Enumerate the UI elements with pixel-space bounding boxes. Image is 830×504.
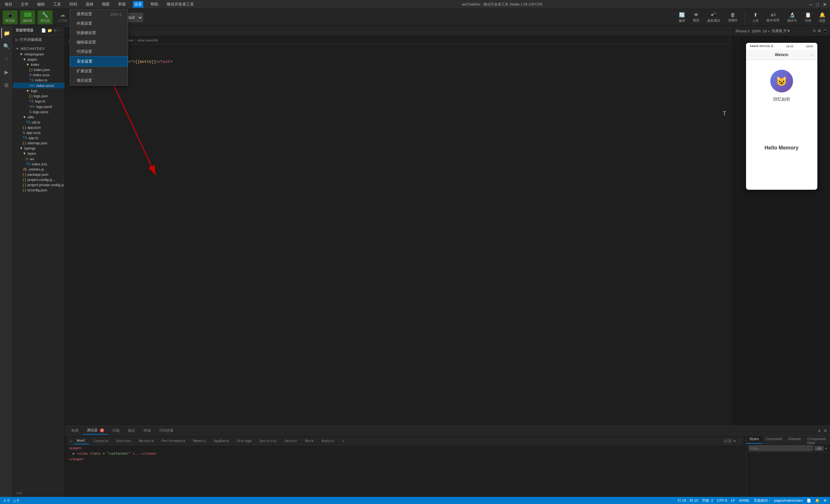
menu-security-settings[interactable]: 安全设置 bbox=[70, 57, 128, 66]
devtools-back-icon[interactable]: ← bbox=[70, 439, 72, 443]
files-icon[interactable]: 📁 bbox=[1, 28, 12, 38]
tab-network[interactable]: Network bbox=[135, 438, 157, 444]
source-control-icon[interactable]: ⑂ bbox=[1, 54, 12, 64]
new-folder-icon[interactable]: 📁 bbox=[47, 28, 52, 33]
menu-file[interactable]: 文件 bbox=[20, 1, 30, 8]
permission-button[interactable]: ☁ 云可能 bbox=[55, 10, 70, 24]
sidebar-item-index-ts[interactable]: TS index.ts bbox=[13, 77, 65, 83]
close-button[interactable]: ✕ bbox=[823, 2, 827, 7]
refresh-icon[interactable]: ↻ bbox=[813, 29, 816, 33]
tab-mock[interactable]: Mock bbox=[302, 438, 317, 444]
tab-quality[interactable]: 代码质量 bbox=[155, 427, 177, 434]
extensions-icon[interactable]: ⊞ bbox=[1, 80, 12, 90]
editor-button[interactable]: ⌨ 编辑器 bbox=[20, 10, 35, 24]
tab-output[interactable]: 输出 bbox=[124, 427, 139, 434]
menu-project[interactable]: 项目 bbox=[3, 1, 13, 8]
debug-button[interactable]: 🔧 调试器 bbox=[38, 10, 53, 24]
sidebar-item-sitemap-json[interactable]: { } sitemap.json bbox=[13, 140, 65, 146]
right-tab-dataset[interactable]: Dataset bbox=[785, 436, 804, 444]
tab-wxml[interactable]: Wxml bbox=[73, 438, 89, 444]
tab-console[interactable]: Console bbox=[90, 438, 111, 444]
sidebar-item-miniprogram[interactable]: ▼ miniprogram bbox=[13, 52, 65, 57]
sidebar-item-project-config[interactable]: { } project.config.js... bbox=[13, 177, 65, 182]
sidebar-item-tsconfig-json[interactable]: { } tsconfig.json bbox=[13, 187, 65, 193]
simulator-button[interactable]: 📱 模拟器 bbox=[3, 10, 18, 24]
menu-keyboard-settings[interactable]: 快捷键设置 bbox=[70, 28, 128, 38]
menu-general-settings[interactable]: 通用设置 [Ctrl+,] bbox=[70, 9, 128, 19]
sidebar-item-index-dts[interactable]: TS index.d.ts bbox=[13, 161, 65, 167]
pinned-editors-title[interactable]: ▷ 打开的编辑器 bbox=[13, 36, 65, 43]
new-file-icon[interactable]: 📄 bbox=[41, 28, 46, 33]
menu-project-settings[interactable]: 项目设置 bbox=[70, 76, 128, 85]
menu-help[interactable]: 帮助 bbox=[149, 1, 160, 8]
menu-goto[interactable]: 转到 bbox=[68, 1, 78, 8]
sidebar-item-utils-folder[interactable]: ▼ utils bbox=[13, 115, 65, 120]
tab-memory[interactable]: Memory bbox=[190, 438, 210, 444]
menu-select[interactable]: 选择 bbox=[84, 1, 95, 8]
sidebar-item-index-scss[interactable]: S index.scss bbox=[13, 72, 65, 77]
maximize-button[interactable]: □ bbox=[817, 2, 819, 7]
tab-check[interactable]: 检测 bbox=[67, 427, 82, 434]
sidebar-item-logs-folder[interactable]: ▼ logs bbox=[13, 88, 65, 93]
sidebar-item-index-wxml[interactable]: ⋖⋗ index.wxml bbox=[13, 83, 65, 88]
tab-audits[interactable]: Audits bbox=[318, 438, 338, 444]
sidebar-item-types-folder[interactable]: ▼ types bbox=[13, 151, 65, 156]
menu-edit[interactable]: 编辑 bbox=[36, 1, 46, 8]
right-tab-component-data[interactable]: Component Data bbox=[804, 436, 830, 444]
sidebar-item-logs-wxml[interactable]: ⋖⋗ logs.wxml bbox=[13, 104, 65, 109]
code-content[interactable]: <view> <view class="to"> <text class="mo… bbox=[76, 44, 733, 426]
cls-button[interactable]: .cls bbox=[814, 446, 824, 451]
settings-icon[interactable]: ⚙ bbox=[818, 29, 821, 33]
tab-problems[interactable]: 问题 bbox=[108, 427, 124, 434]
search-icon[interactable]: 🔍 bbox=[1, 41, 12, 51]
sidebar-item-util-ts[interactable]: TS util.ts bbox=[13, 120, 65, 125]
upload-button[interactable]: ⬆ 上传 bbox=[750, 11, 761, 24]
menu-view[interactable]: 视图 bbox=[100, 1, 111, 8]
notification-button[interactable]: 🔔 消息 bbox=[817, 11, 827, 24]
sidebar-item-app-json[interactable]: { } app.json bbox=[13, 125, 65, 130]
add-style-icon[interactable]: + bbox=[825, 446, 827, 451]
tab-sensor[interactable]: Sensor bbox=[281, 438, 300, 444]
tab-performance[interactable]: Performance bbox=[159, 438, 189, 444]
menu-proxy-settings[interactable]: 代理设置 bbox=[70, 47, 128, 57]
sidebar-item-app-scss[interactable]: S app.scss bbox=[13, 130, 65, 135]
devtools-gear-icon[interactable]: ⚙ bbox=[733, 439, 736, 443]
sidebar-item-index-json[interactable]: { } index.json bbox=[13, 67, 65, 72]
sidebar-item-eslintrc[interactable]: JS .eslintrc.js bbox=[13, 167, 65, 172]
sidebar-item-app-ts[interactable]: TS app.ts bbox=[13, 135, 65, 140]
preview-button[interactable]: 👁 预览 bbox=[691, 11, 701, 24]
project-title[interactable]: ▼ WECHATDEV bbox=[13, 46, 65, 52]
right-tab-computed[interactable]: Computed bbox=[762, 436, 785, 444]
tree-item-view-container[interactable]: ▶ <view class = "container" >...</view> bbox=[67, 451, 743, 456]
right-tab-styles[interactable]: Styles bbox=[746, 436, 762, 444]
menu-interface[interactable]: 界面 bbox=[117, 1, 127, 8]
panel-expand-icon[interactable]: ∧ bbox=[818, 428, 821, 433]
sidebar-item-wx-folder[interactable]: ▷ wx bbox=[13, 156, 65, 161]
menu-editor-settings[interactable]: 编辑器设置 bbox=[70, 38, 128, 47]
sidebar-item-logs-ts[interactable]: TS logs.ts bbox=[13, 99, 65, 104]
tree-item-page-open[interactable]: <page> bbox=[67, 445, 743, 451]
menu-wechat[interactable]: 微信开发者工具 bbox=[165, 1, 195, 8]
detail-button[interactable]: 📋 详情 bbox=[803, 11, 813, 24]
tab-storage[interactable]: Storage bbox=[233, 438, 255, 444]
run-icon[interactable]: ▶ bbox=[1, 67, 12, 77]
test-button[interactable]: 🔬 测试号 bbox=[785, 11, 799, 24]
menu-extension-settings[interactable]: 扩展设置 bbox=[70, 66, 128, 76]
devtools-more-icon[interactable]: ⋮ bbox=[737, 439, 740, 443]
tab-appdata[interactable]: AppData bbox=[211, 438, 232, 444]
menu-settings[interactable]: 设置 bbox=[133, 1, 143, 8]
sidebar-item-logs-json[interactable]: { } logs.json bbox=[13, 93, 65, 99]
tab-debug[interactable]: 调试器 3 bbox=[83, 427, 108, 435]
clear-button[interactable]: 🗑 清缓存 bbox=[726, 11, 739, 24]
status-notification-icon[interactable]: 🔔 bbox=[815, 499, 820, 503]
status-settings-icon[interactable]: ⚙ bbox=[824, 499, 827, 503]
filter-input[interactable] bbox=[748, 445, 813, 451]
menu-tools[interactable]: 工具 bbox=[52, 1, 62, 8]
collapse-icon[interactable]: ⋯ bbox=[58, 28, 62, 33]
compile-button[interactable]: 🔄 编译 bbox=[677, 11, 687, 24]
sidebar-item-typings-folder[interactable]: ▼ typings bbox=[13, 146, 65, 151]
tab-sources[interactable]: Sources bbox=[113, 438, 134, 444]
minimize-button[interactable]: ─ bbox=[809, 2, 812, 7]
refresh-icon[interactable]: ↻ bbox=[54, 28, 57, 33]
sidebar-item-pages[interactable]: ▼ pages bbox=[13, 57, 65, 62]
